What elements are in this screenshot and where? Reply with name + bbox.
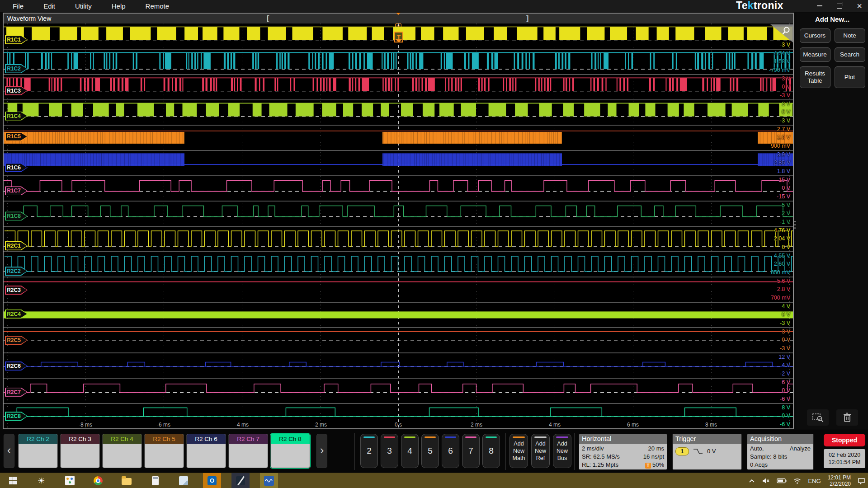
channel-badge-r1c7[interactable]: R1C7 — [5, 186, 28, 195]
add-new-note-button[interactable]: Note — [835, 28, 865, 43]
zoom-box-icon — [812, 413, 824, 422]
channel-row-r2c6[interactable]: R2C612 V4 V-2 V — [4, 352, 793, 378]
acquisition-settings-panel[interactable]: Acquisition Auto,Analyze Sample: 8 bits … — [747, 434, 814, 470]
channel-badge-r2c1[interactable]: R2C1 — [5, 241, 28, 250]
taskbar-start[interactable] — [4, 473, 22, 488]
channel-badge-r2c5[interactable]: R2C5 — [5, 336, 28, 345]
menu-item-file[interactable]: File — [13, 2, 24, 10]
channel-badge-label: R1C1 — [5, 35, 23, 44]
restore-button[interactable] — [835, 1, 844, 10]
taskbar-sticky-notes[interactable] — [175, 473, 193, 488]
channel-badge-r1c1[interactable]: R1C1 — [5, 35, 28, 44]
channel-badge-r2c2[interactable]: R2C2 — [5, 267, 28, 276]
panel-resize-handle[interactable] — [793, 217, 796, 232]
taskbar-tekscope[interactable] — [260, 473, 278, 488]
channel-button-2[interactable]: 2 — [360, 434, 378, 468]
menu-item-help[interactable]: Help — [112, 2, 126, 10]
add-new-plot-button[interactable]: Plot — [835, 66, 865, 88]
channel-badge-r1c2[interactable]: R1C2 — [5, 64, 28, 73]
add-new-ref-button[interactable]: AddNewRef — [531, 434, 550, 468]
add-new-panel: Add New... CursorsNoteMeasureSearchResul… — [797, 13, 868, 429]
channel-badge-r1c5[interactable]: R1C5 — [5, 132, 28, 141]
trigger-marker[interactable]: T — [393, 23, 405, 46]
channel-badge-r2c8[interactable]: R2C8 — [5, 412, 28, 421]
taskbar-search-sun[interactable]: ☀ — [32, 473, 50, 488]
language-indicator[interactable]: ENG — [808, 478, 821, 484]
close-button[interactable]: × — [854, 1, 864, 10]
channel-button-4[interactable]: 4 — [401, 434, 419, 468]
channel-button-5[interactable]: 5 — [421, 434, 439, 468]
channel-row-r2c5[interactable]: R2C53 V0 V-3 V — [4, 327, 793, 352]
channel-card-r2-ch-8[interactable]: R2 Ch 8 — [270, 434, 310, 468]
taskbar-outlook[interactable]: O — [203, 473, 221, 488]
channel-row-r2c1[interactable]: R2C14.76 V2.04 V0 V — [4, 226, 793, 251]
channel-button-6[interactable]: 6 — [442, 434, 459, 468]
taskbar-code-app[interactable] — [231, 473, 250, 488]
taskbar-chrome[interactable] — [89, 473, 107, 488]
channel-card-r2-ch-6[interactable]: R2 Ch 6 — [186, 434, 226, 468]
taskbar-clock[interactable]: 12:01 PM 2/2/2020 — [828, 474, 851, 487]
horizontal-settings-panel[interactable]: Horizontal 2 ms/div20 ms SR: 62.5 MS/s16… — [579, 434, 667, 470]
channel-card-r2-ch-5[interactable]: R2 Ch 5 — [144, 434, 184, 468]
trigger-settings-panel[interactable]: Trigger 1 0 V — [672, 434, 742, 470]
channel-card-r2-ch-7[interactable]: R2 Ch 7 — [228, 434, 268, 468]
expansion-bracket-right[interactable]: ] — [526, 14, 528, 23]
channel-badge-r1c8[interactable]: R1C8 — [5, 211, 28, 221]
add-new-measure-button[interactable]: Measure — [800, 47, 830, 62]
taskbar-people-app[interactable] — [61, 473, 79, 488]
channel-row-r2c2[interactable]: R2C24.55 V2.60 V650 mV — [4, 251, 793, 277]
menu-item-edit[interactable]: Edit — [43, 2, 55, 10]
menu-item-remote[interactable]: Remote — [146, 2, 170, 10]
waveform-view-header: Waveform View [ ] T — [4, 14, 793, 23]
channel-row-r1c4[interactable]: R1C43 V0 V-3 V — [4, 99, 793, 125]
zoom-mode-button[interactable] — [807, 409, 829, 426]
scroll-right-button[interactable]: › — [316, 434, 327, 468]
channel-button-8[interactable]: 8 — [482, 434, 500, 468]
channel-row-r1c6[interactable]: R1C63.9 V2.85 V1.8 V — [4, 150, 793, 175]
add-new-cursors-button[interactable]: Cursors — [800, 28, 830, 43]
add-new-results-table-button[interactable]: Results Table — [800, 66, 830, 88]
trigger-position-indicator[interactable]: T — [394, 14, 402, 23]
channel-card-r2-ch-4[interactable]: R2 Ch 4 — [102, 434, 142, 468]
trash-button[interactable] — [836, 409, 858, 426]
volume-muted-icon[interactable] — [762, 478, 770, 484]
channel-row-r1c7[interactable]: R1C715 V0 V-15 V — [4, 175, 793, 201]
channel-badge-r1c4[interactable]: R1C4 — [5, 112, 28, 121]
wifi-icon[interactable] — [793, 478, 801, 484]
channel-button-3[interactable]: 3 — [381, 434, 398, 468]
add-new-search-button[interactable]: Search — [835, 47, 865, 62]
channel-row-r1c8[interactable]: R1C85 V2 V-1 V — [4, 201, 793, 226]
expansion-bracket-left[interactable]: [ — [267, 14, 269, 23]
time-tick-label: -4 ms — [229, 422, 255, 428]
channel-badge-r1c6[interactable]: R1C6 — [5, 163, 28, 172]
minimize-button[interactable] — [815, 1, 825, 10]
channel-card-r2-ch-2[interactable]: R2 Ch 2 — [18, 434, 58, 468]
add-new-math-button[interactable]: AddNewMath — [509, 434, 528, 468]
channel-badge-label: R2C4 — [5, 310, 23, 319]
channel-row-r2c3[interactable]: R2C35.6 V2.8 V700 mV — [4, 277, 793, 302]
channel-row-r1c2[interactable]: R1C24.74 V1.58 V-790 mV — [4, 49, 793, 74]
channel-row-r2c7[interactable]: R2C76 V0 V-6 V — [4, 378, 793, 403]
channel-badge-r2c7[interactable]: R2C7 — [5, 388, 28, 397]
taskbar-calculator[interactable] — [146, 473, 164, 488]
channel-row-r1c3[interactable]: R1C33 V0 V-3 V — [4, 74, 793, 99]
waveform-display[interactable]: R1C1-3 VR1C24.74 V1.58 V-790 mVR1C33 V0 … — [4, 23, 793, 428]
scroll-left-button[interactable]: ‹ — [4, 434, 14, 468]
tekscope-icon — [264, 476, 274, 486]
taskbar-file-explorer[interactable] — [118, 473, 136, 488]
channel-row-r1c5[interactable]: R1C52.7 V1.8 V900 mV — [4, 125, 793, 150]
add-new-bus-button[interactable]: AddNewBus — [553, 434, 571, 468]
scale-label: 0 V — [782, 311, 790, 318]
action-center-icon[interactable] — [858, 478, 865, 484]
channel-badge-r1c3[interactable]: R1C3 — [5, 86, 28, 95]
channel-badge-r2c4[interactable]: R2C4 — [5, 310, 28, 319]
channel-badge-r2c3[interactable]: R2C3 — [5, 286, 28, 295]
channel-badge-r2c6[interactable]: R2C6 — [5, 361, 28, 371]
tray-chevron-icon[interactable] — [749, 479, 755, 483]
stopped-status-button[interactable]: Stopped — [824, 434, 865, 446]
menu-item-utility[interactable]: Utility — [75, 2, 92, 10]
channel-button-7[interactable]: 7 — [462, 434, 480, 468]
channel-card-r2-ch-3[interactable]: R2 Ch 3 — [60, 434, 100, 468]
battery-icon[interactable] — [777, 478, 787, 483]
channel-row-r2c4[interactable]: R2C44 V0 V-3 V — [4, 302, 793, 327]
